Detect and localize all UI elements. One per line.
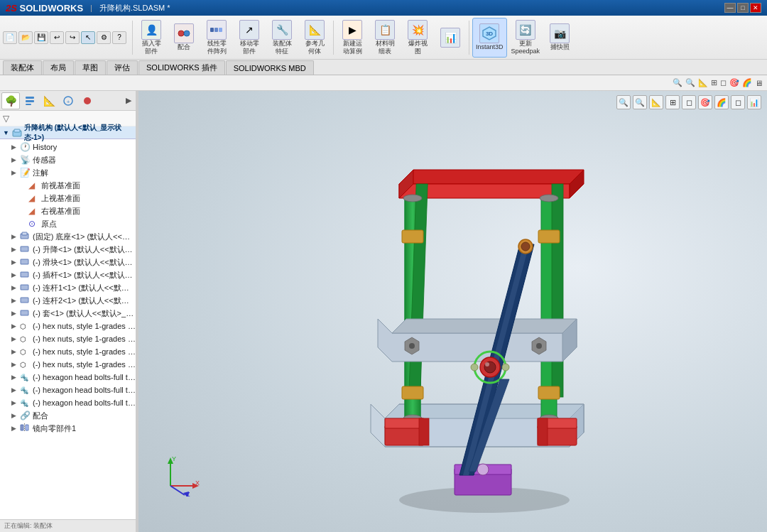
new-button[interactable]: 📄 (3, 31, 17, 44)
tree-item-base[interactable]: ▶ (固定) 底座<1> (默认人<<默认>_显示状... (0, 230, 136, 243)
vp-screen-btn[interactable]: ◻ (731, 95, 745, 109)
tree-item-annotations[interactable]: ▶ 📝 注解 (0, 166, 136, 179)
undo-button[interactable]: ↩ (50, 31, 64, 44)
insert-part-button[interactable]: 👤 插入零部件 (136, 18, 167, 58)
snapshot-button[interactable]: 📷 捕快照 (544, 18, 575, 58)
history-expand[interactable]: ▶ (11, 143, 20, 151)
bolt3-expand[interactable]: ▶ (11, 399, 20, 406)
tree-item-top-plane[interactable]: ◢ 上视基准面 (0, 192, 136, 205)
tree-item-mirror[interactable]: ▶ 镜向零部件1 (0, 422, 136, 435)
link2-icon (20, 295, 31, 306)
help-button[interactable]: ? (112, 31, 126, 44)
display-manager-tab[interactable] (78, 92, 97, 109)
mates-expand[interactable]: ▶ (11, 412, 20, 419)
link1-expand[interactable]: ▶ (11, 284, 20, 291)
tree-item-origin[interactable]: ⊙ 原点 (0, 217, 136, 230)
bolt2-expand[interactable]: ▶ (11, 386, 20, 393)
assembly-feature-button[interactable]: 🔧 装配体特征 (266, 18, 298, 58)
feature-manager-title[interactable]: ▼ 升降机构 (默认人<默认_显示状态-1>) (0, 126, 136, 139)
vp-box-btn[interactable]: ◻ (682, 95, 696, 109)
rod-expand[interactable]: ▶ (11, 271, 20, 278)
tree-item-sensors[interactable]: ▶ 📡 传感器 (0, 153, 136, 166)
tree-item-nut1[interactable]: ▶ ⬡ (-) hex nuts, style 1-grades ab gb<.… (0, 320, 136, 332)
nut1-expand[interactable]: ▶ (11, 322, 20, 330)
vp-color-btn[interactable]: 🌈 (714, 95, 729, 109)
tree-item-front-plane[interactable]: ◢ 前视基准面 (0, 179, 136, 192)
mirror-expand[interactable]: ▶ (11, 425, 20, 432)
top-plane-icon: ◢ (28, 193, 40, 203)
tree-item-right-plane[interactable]: ◢ 右视基准面 (0, 205, 136, 217)
tree-item-rod[interactable]: ▶ (-) 插杆<1> (默认人<<默认>_显示状... (0, 268, 136, 281)
tree-item-slider[interactable]: ▶ (-) 滑块<1> (默认人<<默认>_显示状... (0, 256, 136, 268)
base-expand[interactable]: ▶ (11, 233, 20, 240)
nut3-icon: ⬡ (20, 348, 31, 356)
viewport[interactable]: 🔍 🔍 📐 ⊞ ◻ 🎯 🌈 ◻ 📊 (138, 91, 767, 532)
nut4-expand[interactable]: ▶ (11, 361, 20, 368)
slider-expand[interactable]: ▶ (11, 259, 20, 266)
redo-button[interactable]: ↪ (65, 31, 80, 44)
tree-item-link2[interactable]: ▶ (-) 连杆2<1> (默认人<<默认>_显示状... (0, 294, 136, 307)
link2-expand[interactable]: ▶ (11, 297, 20, 304)
rod-label: (-) 插杆<1> (默认人<<默认>_显示状... (33, 270, 136, 281)
ref-geometry-button[interactable]: 📐 参考几何体 (299, 18, 330, 58)
tree-item-sleeve[interactable]: ▶ (-) 套<1> (默认人<<默认>_显示状态 1... (0, 307, 136, 320)
bolt1-label: (-) hexagon head bolts-full thread ... (33, 373, 136, 381)
svg-rect-22 (21, 310, 28, 315)
close-button[interactable]: ✕ (750, 3, 761, 13)
tree-item-bolt2[interactable]: ▶ 🔩 (-) hexagon head bolts-full thread d… (0, 384, 136, 396)
extra-button[interactable]: 📊 (435, 18, 466, 58)
select-button[interactable]: ↖ (81, 31, 95, 44)
tree-item-nut2[interactable]: ▶ ⬡ (-) hex nuts, style 1-grades ab gb<.… (0, 332, 136, 345)
tab-evaluate[interactable]: 评估 (107, 60, 138, 75)
explode-view-button[interactable]: 💥 爆炸视图 (402, 18, 433, 58)
svg-text:Y: Y (172, 455, 176, 462)
nut2-expand[interactable]: ▶ (11, 335, 20, 342)
maximize-button[interactable]: □ (737, 3, 749, 13)
dimxpert-manager-tab[interactable]: + (59, 92, 77, 109)
bolt1-expand[interactable]: ▶ (11, 374, 20, 381)
sleeve-expand[interactable]: ▶ (11, 310, 20, 317)
tree-item-bolt1[interactable]: ▶ 🔩 (-) hexagon head bolts-full thread .… (0, 371, 136, 384)
tab-layout[interactable]: 布局 (43, 60, 74, 75)
tab-sw-mbd[interactable]: SOLIDWORKS MBD (226, 60, 314, 75)
tree-item-bolt3[interactable]: ▶ 🔩 (-) hexagon head bolts-full thread d… (0, 396, 136, 409)
tab-sketch[interactable]: 草图 (75, 60, 106, 75)
speedpak-button[interactable]: 🔄 更新Speedpak (508, 18, 543, 58)
svg-rect-24 (26, 425, 28, 430)
options-button[interactable]: ⚙ (97, 31, 111, 44)
new-motion-button[interactable]: ▶ 新建运动算例 (337, 18, 368, 58)
annotations-expand[interactable]: ▶ (11, 169, 20, 176)
instant3d-button[interactable]: 3D Instant3D (472, 18, 507, 58)
lift-expand[interactable]: ▶ (11, 246, 20, 253)
config-manager-tab[interactable]: 📐 (40, 92, 58, 109)
coordinate-axes: Y X Z (160, 454, 195, 489)
property-manager-tab[interactable] (21, 92, 39, 109)
svg-point-55 (477, 464, 489, 475)
move-part-button[interactable]: ↗ 移动零部件 (234, 18, 265, 58)
linear-array-button[interactable]: 线性零件阵列 (201, 18, 232, 58)
tree-item-history[interactable]: ▶ 🕐 History (0, 141, 136, 153)
tree-item-lift[interactable]: ▶ (-) 升降<1> (默认人<<默认>_显示状... (0, 243, 136, 256)
save-button[interactable]: 💾 (34, 31, 48, 44)
vp-chart-btn[interactable]: 📊 (747, 95, 761, 109)
mate-button[interactable]: 配合 (168, 18, 200, 58)
svg-point-0 (178, 31, 184, 36)
title-controls[interactable]: — □ ✕ (724, 3, 761, 13)
open-button[interactable]: 📂 (18, 31, 33, 44)
feature-manager-tab[interactable]: 🌳 (1, 92, 20, 109)
tree-item-nut4[interactable]: ▶ ⬡ (-) hex nuts, style 1-grades ab gb<.… (0, 358, 136, 371)
nut3-expand[interactable]: ▶ (11, 348, 20, 355)
slider-block-bl (385, 418, 429, 445)
tree-item-mates[interactable]: ▶ 🔗 配合 (0, 409, 136, 422)
tree-item-link1[interactable]: ▶ (-) 连杆1<1> (默认人<<默认>_显示状... (0, 281, 136, 294)
tab-sw-plugins[interactable]: SOLIDWORKS 插件 (138, 60, 225, 75)
bom-button[interactable]: 📋 材料明细表 (369, 18, 401, 58)
lift-label: (-) 升降<1> (默认人<<默认>_显示状... (33, 244, 136, 255)
fm-title-expand[interactable]: ▼ (3, 129, 9, 136)
sensors-expand[interactable]: ▶ (11, 156, 20, 163)
tree-item-nut3[interactable]: ▶ ⬡ (-) hex nuts, style 1-grades ab gb<.… (0, 345, 136, 358)
tab-assembly[interactable]: 装配体 (3, 60, 42, 75)
vp-target-btn[interactable]: 🎯 (698, 95, 712, 109)
minimize-button[interactable]: — (724, 3, 736, 13)
panel-tab-arrow[interactable]: ▶ (123, 96, 134, 105)
